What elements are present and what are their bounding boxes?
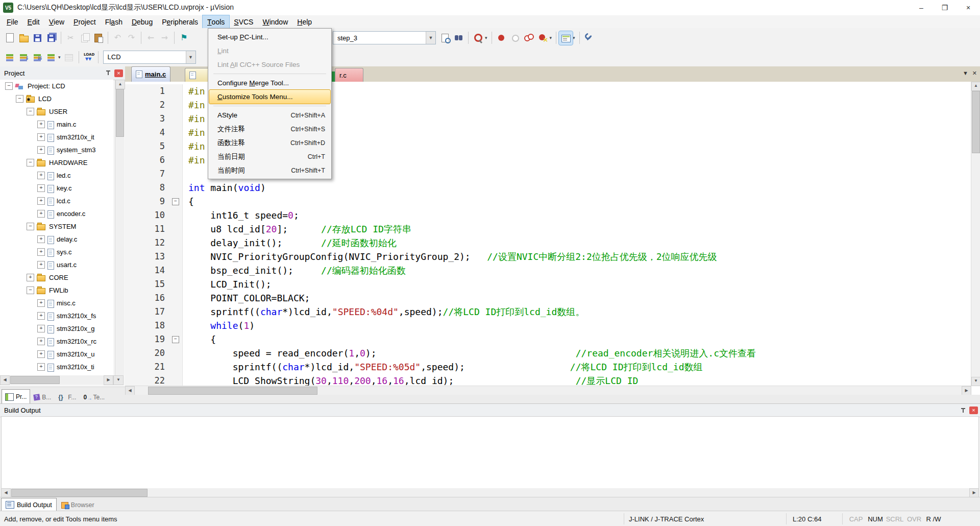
fold-toggle-icon[interactable]: −: [172, 336, 179, 343]
expand-toggle-icon[interactable]: +: [37, 338, 45, 345]
menu-item-customize-tools-menu-[interactable]: Customize Tools Menu...: [209, 90, 330, 104]
menu-edit[interactable]: Edit: [23, 15, 44, 28]
tree-item-system-stm3[interactable]: +system_stm3: [0, 144, 113, 156]
scroll-left-icon[interactable]: ◀: [0, 375, 10, 385]
tree-item-label[interactable]: stm32f10x_rc: [57, 338, 96, 345]
project-tree-horizontal-scrollbar[interactable]: ◀ ▶: [0, 375, 113, 385]
chevron-down-icon[interactable]: ▾: [485, 35, 487, 40]
expand-toggle-icon[interactable]: −: [27, 159, 34, 166]
expand-toggle-icon[interactable]: +: [37, 299, 45, 307]
menu-help[interactable]: Help: [292, 15, 316, 28]
expand-toggle-icon[interactable]: +: [37, 261, 45, 269]
tree-item-label[interactable]: stm32f10x_ti: [57, 363, 94, 371]
tree-item-label[interactable]: led.c: [57, 172, 70, 179]
chevron-down-icon[interactable]: ▾: [58, 55, 61, 60]
expand-toggle-icon[interactable]: +: [37, 235, 45, 243]
scrollbar-thumb[interactable]: [11, 489, 148, 497]
menu-item-set-up-pc-lint-[interactable]: Set-up PC-Lint...: [208, 30, 331, 44]
chevron-down-icon[interactable]: ▼: [186, 51, 195, 63]
menu-item-configure-merge-tool-[interactable]: Configure Merge Tool...: [208, 76, 331, 90]
tree-item-label[interactable]: CORE: [49, 274, 68, 281]
expand-toggle-icon[interactable]: +: [27, 274, 34, 281]
batch-build-button[interactable]: [44, 50, 58, 64]
menu-flash[interactable]: Flash: [101, 15, 127, 28]
target-select-combobox[interactable]: LCD▼: [103, 51, 196, 64]
tree-item-label[interactable]: delay.c: [57, 235, 77, 243]
project-tab[interactable]: Pr...: [2, 389, 30, 404]
menu-file[interactable]: File: [2, 15, 23, 28]
tree-item-label[interactable]: LCD: [38, 95, 52, 103]
expand-toggle-icon[interactable]: +: [37, 133, 45, 141]
scroll-down-icon[interactable]: ▼: [113, 375, 124, 385]
new-file-button[interactable]: [3, 31, 17, 45]
build-output-content[interactable]: [1, 416, 979, 489]
books-tab[interactable]: B...: [30, 391, 55, 404]
expand-toggle-icon[interactable]: +: [37, 172, 45, 179]
tree-item-key-c[interactable]: +key.c: [0, 182, 113, 195]
tree-item-stm32f10x-g[interactable]: +stm32f10x_g: [0, 322, 113, 335]
close-button[interactable]: ×: [957, 0, 980, 15]
bookmark-button[interactable]: [177, 31, 191, 45]
configuration-button[interactable]: [582, 31, 596, 45]
tree-item-label[interactable]: stm32f10x_fs: [57, 312, 96, 320]
kill-all-breakpoints-button[interactable]: [536, 31, 550, 45]
templates-tab[interactable]: Te...: [80, 391, 108, 404]
paste-button[interactable]: [91, 31, 105, 45]
download-button[interactable]: [82, 50, 95, 64]
browser-tab[interactable]: Browser: [57, 499, 99, 511]
tree-item-usart-c[interactable]: +usart.c: [0, 258, 113, 271]
tree-item-label[interactable]: stm32f10x_it: [57, 133, 94, 141]
close-tab-icon[interactable]: ✕: [972, 70, 977, 77]
menu-svcs[interactable]: SVCS: [229, 15, 258, 28]
pin-icon[interactable]: [105, 70, 111, 76]
menu-view[interactable]: View: [44, 15, 69, 28]
menu-item-文件注释[interactable]: 文件注释Ctrl+Shift+S: [208, 122, 331, 136]
save-all-button[interactable]: [44, 31, 58, 45]
scroll-right-icon[interactable]: ▶: [104, 375, 113, 385]
close-panel-icon[interactable]: ×: [969, 407, 978, 414]
tree-item-user[interactable]: −USER: [0, 105, 113, 118]
build-output-tab[interactable]: Build Output: [1, 498, 57, 511]
scroll-right-icon[interactable]: ▶: [962, 386, 971, 395]
build-output-horizontal-scrollbar[interactable]: ◀ ▶: [0, 488, 980, 497]
functions-tab[interactable]: F...: [55, 391, 80, 404]
tree-item-label[interactable]: usart.c: [57, 261, 77, 269]
tree-item-label[interactable]: system_stm3: [57, 146, 96, 154]
scrollbar-thumb[interactable]: [148, 387, 317, 395]
expand-toggle-icon[interactable]: +: [37, 184, 45, 192]
expand-toggle-icon[interactable]: +: [37, 363, 45, 371]
chevron-down-icon[interactable]: ▾: [573, 35, 575, 40]
scroll-down-icon[interactable]: ▼: [971, 377, 980, 386]
open-file-button[interactable]: [17, 31, 31, 45]
scrollbar-thumb[interactable]: [10, 376, 60, 384]
expand-toggle-icon[interactable]: +: [37, 248, 45, 256]
tree-item-sys-c[interactable]: +sys.c: [0, 246, 113, 258]
tree-item-label[interactable]: stm32f10x_u: [57, 350, 94, 358]
tree-item-label[interactable]: lcd.c: [57, 197, 70, 205]
minimize-button[interactable]: –: [910, 0, 933, 15]
scroll-up-icon[interactable]: ▲: [115, 80, 125, 89]
tree-item-encoder-c[interactable]: +encoder.c: [0, 207, 113, 220]
pin-icon[interactable]: [960, 408, 966, 414]
tree-item-stm32f10x-fs[interactable]: +stm32f10x_fs: [0, 309, 113, 322]
tree-item-label[interactable]: stm32f10x_g: [57, 325, 94, 332]
translate-button[interactable]: [3, 50, 17, 64]
scrollbar-thumb[interactable]: [972, 91, 980, 153]
tree-item-label[interactable]: sys.c: [57, 248, 72, 256]
tree-item-lcd-c[interactable]: +lcd.c: [0, 195, 113, 207]
start-stop-debug-button[interactable]: [471, 31, 485, 45]
menu-item-当前日期[interactable]: 当前日期Ctrl+T: [208, 150, 331, 163]
tree-item-misc-c[interactable]: +misc.c: [0, 297, 113, 309]
project-tree-vertical-scrollbar[interactable]: ▲: [115, 80, 124, 375]
incremental-find-button[interactable]: [452, 31, 465, 45]
tree-item-main-c[interactable]: +main.c: [0, 118, 113, 131]
rebuild-all-button[interactable]: [31, 50, 44, 64]
tab-list-dropdown-icon[interactable]: ▼: [963, 70, 968, 77]
scroll-left-icon[interactable]: ◀: [125, 386, 135, 395]
find-text-combobox[interactable]: step_3▼: [333, 31, 436, 44]
tree-item-label[interactable]: main.c: [57, 121, 76, 128]
expand-toggle-icon[interactable]: +: [37, 312, 45, 320]
tree-item-label[interactable]: SYSTEM: [49, 223, 76, 230]
project-window-toggle-button[interactable]: [559, 31, 573, 45]
enable-disable-breakpoint-button[interactable]: [508, 31, 522, 45]
